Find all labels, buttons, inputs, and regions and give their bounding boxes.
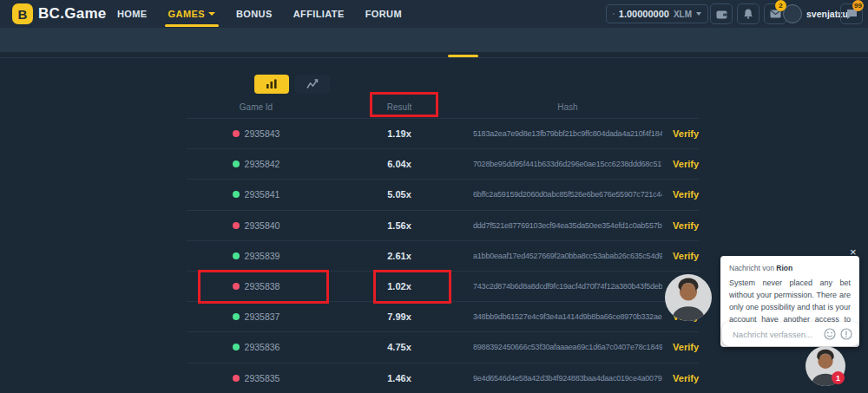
nav-affiliate-label: AFFILIATE bbox=[293, 9, 345, 19]
result-value: 2.61x bbox=[326, 251, 473, 261]
verify-link[interactable]: Verify bbox=[673, 220, 699, 231]
nav-bonus-label: BONUS bbox=[236, 9, 273, 19]
verify-link[interactable]: Verify bbox=[673, 189, 699, 200]
balance-currency: XLM bbox=[674, 10, 692, 19]
result-value: 5.05x bbox=[326, 189, 473, 200]
bc-game-page: B BC.Game HOME GAMES BONUS AFFILIATE FOR… bbox=[0, 0, 868, 393]
annotation-box-game-id bbox=[198, 270, 329, 304]
nav-forum-label: FORUM bbox=[365, 9, 402, 19]
nav-forum[interactable]: FORUM bbox=[365, 0, 402, 28]
wallet-icon bbox=[716, 10, 727, 19]
status-dot bbox=[233, 222, 240, 229]
chat-input[interactable] bbox=[733, 330, 814, 339]
nav-affiliate[interactable]: AFFILIATE bbox=[293, 0, 345, 28]
status-dot bbox=[233, 313, 240, 320]
history-view-toggle bbox=[254, 75, 330, 94]
hash-value: 9e4d6546d4e58a42d3b4f924883baa4daac019ce… bbox=[473, 374, 662, 383]
nav-bonus[interactable]: BONUS bbox=[236, 0, 273, 28]
brand-title[interactable]: BC.Game bbox=[38, 5, 107, 23]
panel-divider bbox=[0, 57, 868, 58]
game-id: 2935835 bbox=[245, 373, 280, 383]
close-icon[interactable]: × bbox=[850, 246, 857, 259]
status-dot bbox=[233, 130, 240, 137]
status-dot bbox=[233, 160, 240, 167]
hash-value: a1bb0eaaf17ed4527669f2a0bba8cc53abab26c6… bbox=[473, 252, 662, 260]
bar-chart-icon bbox=[266, 79, 278, 89]
status-dot bbox=[233, 344, 240, 350]
table-row: 2935836 4.75x 8988392450666c53f30afaaaea… bbox=[187, 331, 699, 362]
hash-value: ddd7f521e87769103ecf94ea35da50ee354efd1c… bbox=[473, 221, 662, 230]
table-row: 2935842 6.04x 7028be95dd95f441b633d6d296… bbox=[187, 148, 699, 179]
game-id-cell: 2935843 bbox=[187, 128, 326, 139]
annotation-box-result-header bbox=[370, 92, 438, 117]
person-photo-icon bbox=[665, 274, 712, 321]
emoji-icon[interactable] bbox=[824, 328, 836, 340]
game-id-cell: 2935839 bbox=[187, 251, 326, 261]
chat-sender-avatar bbox=[665, 274, 712, 321]
col-header-game-id: Game Id bbox=[187, 102, 326, 112]
chevron-down-icon bbox=[696, 12, 701, 16]
table-row: 2935843 1.19x 5183a2ea7e9d8e13fb79bbf21b… bbox=[187, 118, 699, 148]
table-header-row: Game Id Result Hash bbox=[187, 95, 699, 118]
trend-chart-icon bbox=[306, 79, 319, 89]
coin-icon bbox=[613, 9, 615, 19]
wallet-button[interactable] bbox=[710, 3, 733, 24]
table-row: 2935840 1.56x ddd7f521e87769103ecf94ea35… bbox=[187, 210, 699, 240]
game-id: 2935837 bbox=[245, 311, 280, 322]
table-row: 2935841 5.05x 6bffc2a59159d2060d0abc85f5… bbox=[187, 179, 699, 209]
bell-icon bbox=[743, 9, 753, 19]
result-value: 1.19x bbox=[326, 128, 473, 139]
table-row: 2935837 7.99x 348bb9db61527e4c9f3e4a1414… bbox=[187, 301, 699, 331]
hash-value: 7028be95dd95f441b633d6d296e0ae15cc6238dd… bbox=[473, 160, 662, 168]
chevron-down-icon bbox=[208, 12, 215, 16]
mail-badge: 2 bbox=[775, 0, 786, 11]
verify-link[interactable]: Verify bbox=[673, 373, 699, 383]
info-icon[interactable] bbox=[840, 328, 852, 340]
nav-games-label: GAMES bbox=[168, 9, 205, 19]
nav-games[interactable]: GAMES bbox=[168, 0, 215, 28]
game-id: 2935840 bbox=[245, 220, 280, 231]
status-dot bbox=[233, 375, 240, 382]
result-value: 4.75x bbox=[326, 342, 473, 352]
game-id-cell: 2935835 bbox=[187, 373, 326, 383]
col-header-hash: Hash bbox=[473, 102, 662, 112]
result-value: 1.46x bbox=[326, 373, 473, 383]
hash-value: 348bb9db61527e4c9f3e4a1414d9b8ba66ce8970… bbox=[473, 312, 662, 321]
nav-home[interactable]: HOME bbox=[117, 0, 148, 28]
main-nav: HOME GAMES BONUS AFFILIATE FORUM bbox=[117, 0, 402, 28]
hash-value: 8988392450666c53f30afaaaea69c1d6a7c0407e… bbox=[473, 343, 662, 351]
result-value: 1.56x bbox=[326, 220, 473, 231]
result-value: 6.04x bbox=[326, 159, 473, 169]
game-id: 2935839 bbox=[245, 251, 280, 261]
message-from-label: Nachricht von bbox=[729, 264, 774, 272]
verify-link[interactable]: Verify bbox=[673, 159, 699, 169]
nav-home-label: HOME bbox=[117, 9, 148, 19]
top-navigation-bar: B BC.Game HOME GAMES BONUS AFFILIATE FOR… bbox=[0, 0, 868, 28]
status-dot bbox=[233, 252, 240, 259]
table-row: 2935839 2.61x a1bb0eaaf17ed4527669f2a0bb… bbox=[187, 240, 699, 271]
balance-amount: 1.00000000 bbox=[619, 9, 669, 19]
notifications-button[interactable] bbox=[737, 3, 760, 24]
annotation-box-result-value bbox=[373, 270, 451, 304]
trend-chart-view-button[interactable] bbox=[295, 75, 330, 94]
verify-link[interactable]: Verify bbox=[673, 342, 699, 352]
game-id: 2935842 bbox=[245, 159, 280, 169]
unread-count-badge: 1 bbox=[832, 371, 845, 384]
game-id-cell: 2935836 bbox=[187, 342, 326, 352]
game-id-cell: 2935837 bbox=[187, 311, 326, 322]
game-id: 2935836 bbox=[245, 342, 280, 352]
hash-value: 5183a2ea7e9d8e13fb79bbf21bc9ffc804dada4a… bbox=[473, 129, 662, 138]
balance-selector[interactable]: 1.00000000 XLM bbox=[606, 4, 708, 23]
bc-game-logo-icon[interactable]: B bbox=[12, 3, 33, 24]
bar-chart-view-button[interactable] bbox=[254, 75, 289, 94]
hash-value: 6bffc2a59159d2060d0abc85f526e6be676e5590… bbox=[473, 190, 662, 199]
game-id: 2935841 bbox=[245, 189, 280, 200]
welcome-banner bbox=[0, 28, 868, 52]
game-id-cell: 2935840 bbox=[187, 220, 326, 231]
chat-badge: 99 bbox=[852, 0, 864, 11]
verify-link[interactable]: Verify bbox=[673, 128, 699, 139]
active-tab-indicator bbox=[448, 55, 478, 57]
chat-input-icons bbox=[824, 328, 852, 340]
verify-link[interactable]: Verify bbox=[673, 251, 699, 261]
sender-name: Rion bbox=[776, 264, 792, 272]
